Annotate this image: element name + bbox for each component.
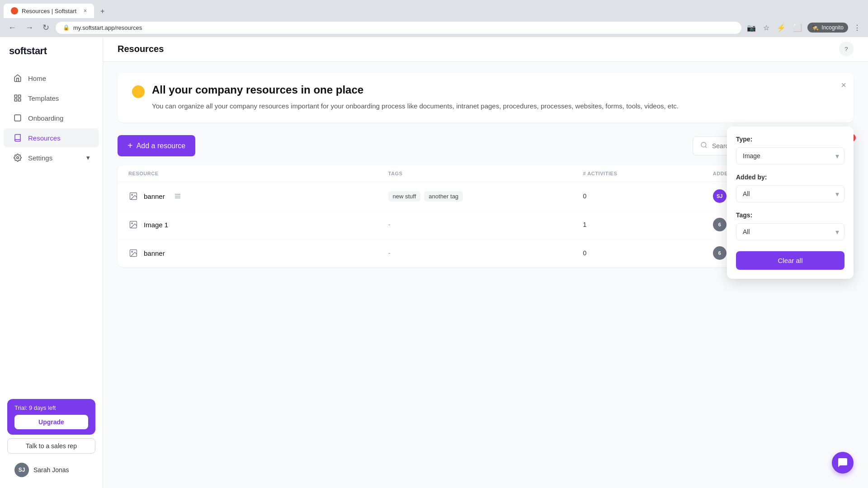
star-icon[interactable]: ☆ [761,22,771,34]
help-button[interactable]: ? [839,42,854,56]
templates-icon [13,93,23,103]
sidebar-item-settings[interactable]: Settings ▾ [4,148,99,167]
main-content: Resources ? All your company resources i… [103,36,868,488]
filter-type-wrapper: Image All Document Video Link ▾ [736,147,844,164]
resource-name-cell: Image 1 [128,220,388,230]
sidebar-label-onboarding: Onboarding [28,114,63,122]
resource-name-text: banner [144,192,165,200]
sidebar-item-onboarding[interactable]: Onboarding [4,108,99,127]
url-text: my.softstart.app/resources [73,24,142,31]
sidebar-item-home[interactable]: Home [4,69,99,88]
sidebar-label-resources: Resources [28,134,61,142]
sidebar-label-home: Home [28,75,46,82]
filter-type-label: Type: [736,136,844,143]
sidebar-nav: Home Templates Onboarding Resources [0,64,103,392]
svg-rect-2 [19,99,21,101]
refresh-button[interactable]: ↻ [40,21,52,34]
filter-dropdown: Type: Image All Document Video Link ▾ Ad… [727,127,854,279]
cast-icon[interactable]: ⬜ [791,22,804,34]
add-resource-button[interactable]: + Add a resource [118,135,195,156]
extension-icon[interactable]: ⚡ [775,22,788,34]
resource-image-icon [128,220,138,230]
camera-off-icon[interactable]: 📷 [745,22,758,34]
sidebar-item-templates[interactable]: Templates [4,89,99,108]
column-activities: # ACTIVITIES [583,171,712,176]
page-header: Resources ? [103,36,868,62]
tab-favicon [11,7,18,14]
svg-rect-1 [19,95,21,97]
add-resource-label: Add a resource [137,142,186,150]
filter-tags-select[interactable]: All [736,223,844,240]
info-dot [132,85,145,98]
settings-icon [13,153,23,163]
column-resource: RESOURCE [128,171,388,176]
added-avatar: 6 [713,218,726,231]
no-tags: - [388,249,391,257]
page-title: Resources [118,44,164,54]
close-tab-button[interactable]: × [84,8,87,14]
sidebar-item-resources[interactable]: Resources [4,128,99,147]
svg-point-18 [132,251,133,253]
info-banner: All your company resources in one place … [118,73,854,122]
resources-icon [13,133,23,143]
svg-rect-4 [14,115,21,121]
svg-point-16 [132,223,133,224]
incognito-badge: 🕵 Incognito [807,23,848,33]
chat-button[interactable] [832,452,854,474]
activities-count: 0 [583,192,712,200]
svg-rect-0 [14,95,17,97]
resource-name-cell: banner [128,191,388,201]
tag: new stuff [388,191,421,202]
filter-added-by-select[interactable]: All [736,185,844,202]
upgrade-button[interactable]: Upgrade [14,415,88,429]
back-button[interactable]: ← [5,21,19,34]
activities-count: 1 [583,221,712,228]
clear-all-button[interactable]: Clear all [736,251,844,270]
lock-icon: 🔒 [63,24,70,31]
resource-image-icon [128,191,138,201]
resource-name-text: Image 1 [144,221,168,229]
filter-type-select[interactable]: Image All Document Video Link [736,147,844,164]
logo: softstart [0,36,103,64]
user-name: Sarah Jonas [33,466,69,474]
forward-button[interactable]: → [23,21,36,34]
active-tab[interactable]: Resources | Softstart × [4,4,94,18]
tag: another tag [424,191,463,202]
sidebar: softstart Home Templates Onboarding [0,36,103,488]
resource-name-text: banner [144,249,165,257]
svg-point-11 [132,194,133,196]
svg-point-6 [701,142,706,147]
no-tags: - [388,221,391,229]
added-avatar: 6 [713,246,726,260]
search-icon [700,141,708,150]
address-bar[interactable]: 🔒 my.softstart.app/resources [56,22,741,34]
tab-title: Resources | Softstart [22,8,80,14]
incognito-label: Incognito [821,24,844,31]
close-banner-button[interactable]: × [841,80,846,90]
tags-cell: new stuff another tag [388,191,583,202]
tags-cell: - [388,249,583,257]
banner-heading: All your company resources in one place [152,84,679,96]
tags-cell: - [388,221,583,229]
resource-name-cell: banner [128,248,388,258]
user-row: SJ Sarah Jonas [7,459,95,481]
menu-button[interactable]: ⋮ [852,22,863,34]
new-tab-button[interactable]: + [96,5,109,18]
trial-text: Trial: 9 days left [14,404,88,411]
filter-tags-label: Tags: [736,211,844,219]
trial-badge: Trial: 9 days left Upgrade [7,399,95,435]
filter-added-by-wrapper: All ▾ [736,185,844,202]
sidebar-bottom: Trial: 9 days left Upgrade Talk to a sal… [0,392,103,488]
activities-count: 0 [583,249,712,257]
filter-tags-wrapper: All ▾ [736,223,844,240]
plus-icon: + [127,141,133,151]
sidebar-label-templates: Templates [28,94,59,102]
info-text: All your company resources in one place … [152,84,679,112]
banner-description: You can organize all your company resour… [152,101,679,112]
settings-arrow-icon: ▾ [86,154,90,162]
svg-rect-3 [14,99,17,101]
filter-added-by-label: Added by: [736,174,844,181]
talk-to-sales-button[interactable]: Talk to a sales rep [7,438,95,454]
resource-actions [174,192,181,200]
svg-point-5 [17,157,19,159]
